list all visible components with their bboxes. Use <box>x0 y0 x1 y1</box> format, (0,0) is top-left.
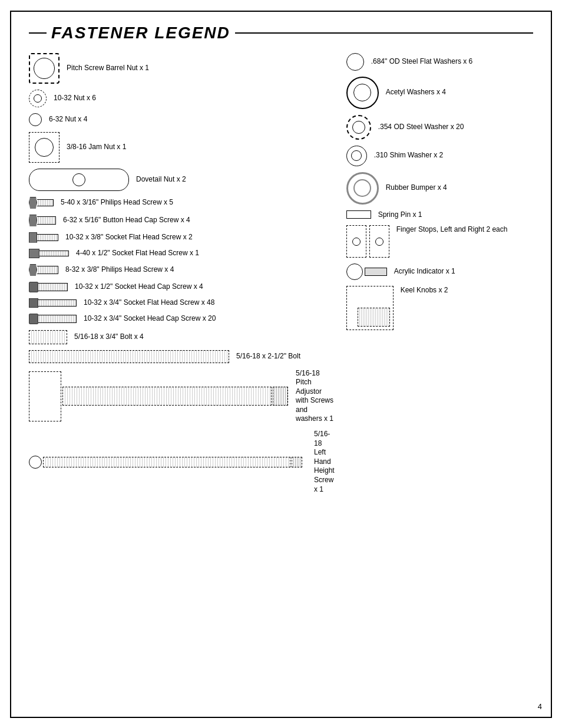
page: FASTENER LEGEND Pitch Screw Barrel Nut x… <box>10 11 552 718</box>
dovetail-nut-icon <box>29 169 129 191</box>
list-item: 4-40 x 1/2" Socket Flat Head Screw x 1 <box>29 249 335 258</box>
item-label: 5-40 x 3/16" Philips Head Screw x 5 <box>61 198 173 207</box>
list-item: 10-32 Nut x 6 <box>29 90 335 107</box>
content-columns: Pitch Screw Barrel Nut x 1 10-32 Nut x 6… <box>29 53 533 500</box>
list-item: 10-32 x 3/4" Socket Head Cap Screw x 20 <box>29 314 335 324</box>
xs-nut-icon <box>29 113 42 126</box>
item-label: 4-40 x 1/2" Socket Flat Head Screw x 1 <box>76 249 199 258</box>
item-label: 10-32 x 3/4" Socket Flat Head Screw x 48 <box>84 298 214 308</box>
item-label: 8-32 x 3/8" Philips Head Screw x 4 <box>65 265 174 275</box>
item-label: 10-32 x 3/4" Socket Head Cap Screw x 20 <box>84 314 216 324</box>
item-label: Acetyl Washers x 4 <box>386 88 446 97</box>
item-label: 6-32 x 5/16" Button Head Cap Screw x 4 <box>63 216 190 225</box>
item-label: 6-32 Nut x 4 <box>49 115 87 124</box>
list-item: 10-32 x 3/8" Socket Flat Head Screw x 2 <box>29 232 335 243</box>
list-item: 8-32 x 3/8" Philips Head Screw x 4 <box>29 264 335 276</box>
philips-screw-sm-icon <box>29 197 54 209</box>
flat-head-screw-wide-icon <box>29 249 69 258</box>
list-item: .310 Shim Washer x 2 <box>346 146 533 166</box>
flat-head-screw-icon <box>29 232 58 243</box>
item-label: Pitch Screw Barrel Nut x 1 <box>67 64 149 73</box>
list-item: Keel Knobs x 2 <box>346 286 533 330</box>
bolt-long-icon <box>29 350 229 363</box>
button-cap-screw-icon <box>29 215 56 226</box>
item-label: Acrylic Indicator x 1 <box>394 267 455 276</box>
rubber-bumper-icon <box>346 172 379 205</box>
item-label: Finger Stops, Left and Right 2 each <box>396 225 508 235</box>
shim-washer-icon <box>346 146 367 166</box>
list-item: 3/8-16 Jam Nut x 1 <box>29 132 335 163</box>
list-item: Spring Pin x 1 <box>346 210 533 220</box>
left-column: Pitch Screw Barrel Nut x 1 10-32 Nut x 6… <box>29 53 335 500</box>
right-column: .684" OD Steel Flat Washers x 6 Acetyl W… <box>346 53 533 500</box>
item-label: 10-32 x 1/2" Socket Head Cap Screw x 4 <box>75 282 203 292</box>
list-item: Acetyl Washers x 4 <box>346 77 533 109</box>
bolt-sm-icon <box>29 330 67 344</box>
list-item: 5-40 x 3/16" Philips Head Screw x 5 <box>29 197 335 209</box>
flat-head-screw-lg-icon <box>29 298 77 308</box>
title-line-left <box>29 32 47 34</box>
list-item: 5/16-18 Pitch Adjustor with Screws and w… <box>29 369 335 424</box>
item-label: Dovetail Nut x 2 <box>136 175 186 185</box>
list-item: Acrylic Indicator x 1 <box>346 263 533 280</box>
philips-screw-med-icon <box>29 264 58 276</box>
item-label: Rubber Bumper x 4 <box>386 183 447 193</box>
list-item: Dovetail Nut x 2 <box>29 169 335 191</box>
cap-screw-med-icon <box>29 282 68 292</box>
list-item: 10-32 x 3/4" Socket Flat Head Screw x 48 <box>29 298 335 308</box>
page-title: FASTENER LEGEND <box>51 24 230 42</box>
list-item: .354 OD Steel Washer x 20 <box>346 115 533 140</box>
item-label: Spring Pin x 1 <box>378 210 422 220</box>
jam-nut-icon <box>29 132 59 163</box>
list-item: 5/16-18 x 2-1/2" Bolt <box>29 350 335 363</box>
list-item: Rubber Bumper x 4 <box>346 172 533 205</box>
list-item: 6-32 Nut x 4 <box>29 113 335 126</box>
finger-stops-icon <box>346 225 389 258</box>
page-number: 4 <box>538 702 542 711</box>
steel-flat-washer-icon <box>346 53 364 71</box>
item-label: 3/8-16 Jam Nut x 1 <box>67 143 126 152</box>
item-label: 5/16-18 Left Hand Height Screw x 1 <box>314 430 335 494</box>
item-label: 5/16-18 x 3/4" Bolt x 4 <box>74 332 144 342</box>
list-item: Finger Stops, Left and Right 2 each <box>346 225 533 258</box>
height-screw-icon <box>29 456 302 469</box>
steel-od-washer-icon <box>346 115 371 140</box>
keel-knobs-icon <box>346 286 394 330</box>
small-nut-icon <box>29 90 47 107</box>
item-label: 10-32 x 3/8" Socket Flat Head Screw x 2 <box>65 233 193 242</box>
list-item: 5/16-18 x 3/4" Bolt x 4 <box>29 330 335 344</box>
list-item: 5/16-18 Left Hand Height Screw x 1 <box>29 430 335 494</box>
item-label: .310 Shim Washer x 2 <box>374 151 444 160</box>
list-item: 6-32 x 5/16" Button Head Cap Screw x 4 <box>29 215 335 226</box>
item-label: 5/16-18 x 2-1/2" Bolt <box>236 352 300 361</box>
item-label: .354 OD Steel Washer x 20 <box>378 123 464 132</box>
acetyl-washer-icon <box>346 77 379 109</box>
item-label: .684" OD Steel Flat Washers x 6 <box>371 57 473 67</box>
spring-pin-icon <box>346 210 371 219</box>
item-label: 5/16-18 Pitch Adjustor with Screws and w… <box>296 369 335 424</box>
title-line-right <box>235 32 533 34</box>
item-label: 10-32 Nut x 6 <box>54 94 96 103</box>
list-item: Pitch Screw Barrel Nut x 1 <box>29 53 335 84</box>
pitch-adj-icon <box>29 371 288 421</box>
list-item: 10-32 x 1/2" Socket Head Cap Screw x 4 <box>29 282 335 292</box>
acrylic-indicator-icon <box>346 263 387 280</box>
list-item: .684" OD Steel Flat Washers x 6 <box>346 53 533 71</box>
title-section: FASTENER LEGEND <box>29 24 533 42</box>
barrel-nut-icon <box>29 53 59 84</box>
item-label: Keel Knobs x 2 <box>401 286 448 295</box>
cap-screw-lg-icon <box>29 314 77 324</box>
